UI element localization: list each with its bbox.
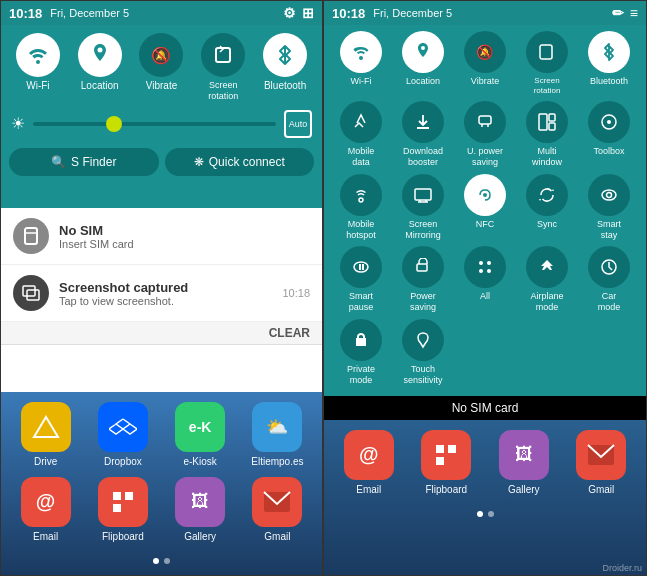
brightness-slider[interactable] [33,122,276,126]
exp-hotspot[interactable]: Mobilehotspot [332,174,390,241]
exp-smartpause-label: Smartpause [349,291,374,313]
exp-smartstay-label: Smartstay [597,219,621,241]
gear-icon[interactable]: ⚙ [283,5,296,21]
brightness-thumb[interactable] [106,116,122,132]
clear-button[interactable]: CLEAR [269,326,310,340]
app-drive[interactable]: Drive [11,402,80,467]
nosim-icon [13,218,49,254]
menu-icon[interactable]: ≡ [630,5,638,21]
exp-carmode[interactable]: Carmode [580,246,638,313]
app-dropbox[interactable]: Dropbox [88,402,157,467]
exp-toolbox[interactable]: Toolbox [580,101,638,168]
exp-nfc[interactable]: NFC [456,174,514,241]
quick-wifi[interactable]: Wi-Fi [16,33,60,102]
brightness-icon[interactable]: ☀ [11,114,25,133]
exp-multi[interactable]: Multiwindow [518,101,576,168]
right-time: 10:18 [332,6,365,21]
right-flipboard-icon [421,430,471,480]
grid-icon[interactable]: ⊞ [302,5,314,21]
svg-point-31 [479,269,483,273]
right-app-email[interactable]: @ Email [334,430,404,495]
exp-rotation[interactable]: Screenrotation [518,31,576,95]
eltiempo-label: Eltiempo.es [251,456,303,467]
exp-mirroring[interactable]: ScreenMirroring [394,174,452,241]
app-eltiempo[interactable]: ⛅ Eltiempo.es [243,402,312,467]
left-status-left: 10:18 Fri, December 5 [9,6,129,21]
connect-icon: ❋ [194,155,204,169]
app-gallery[interactable]: 🖼 Gallery [166,477,235,542]
exp-all[interactable]: All [456,246,514,313]
right-status-bar: 10:18 Fri, December 5 ✏ ≡ [324,1,646,25]
exp-mirroring-icon [402,174,444,216]
rotation-label: Screenrotation [208,80,238,102]
right-app-gmail[interactable]: Gmail [567,430,637,495]
right-app-gallery[interactable]: 🖼 Gallery [489,430,559,495]
left-panel: 10:18 Fri, December 5 ⚙ ⊞ Wi-Fi Location [0,0,323,576]
right-dot-1 [477,511,483,517]
dots-row [1,552,322,570]
screenshot-title: Screenshot captured [59,280,272,295]
exp-smartstay[interactable]: Smartstay [580,174,638,241]
pencil-icon[interactable]: ✏ [612,5,624,21]
app-email[interactable]: @ Email [11,477,80,542]
nosim-notification[interactable]: No SIM Insert SIM card [1,208,322,265]
right-email-icon: @ [344,430,394,480]
app-flipboard[interactable]: Flipboard [88,477,157,542]
sfinder-button[interactable]: 🔍 S Finder [9,148,159,176]
exp-toolbox-icon [588,101,630,143]
svg-rect-34 [436,445,444,453]
gallery-icon: 🖼 [175,477,225,527]
exp-touch[interactable]: Touchsensitivity [394,319,452,386]
quick-vibrate[interactable]: 🔕 Vibrate [139,33,183,102]
nosim-content: No SIM Insert SIM card [59,223,310,250]
dot-1 [153,558,159,564]
exp-sync[interactable]: Sync [518,174,576,241]
brightness-row: ☀ Auto [1,106,322,142]
quick-bluetooth[interactable]: Bluetooth [263,33,307,102]
exp-wifi-icon [340,31,382,73]
exp-vibrate-label: Vibrate [471,76,499,87]
exp-wifi[interactable]: Wi-Fi [332,31,390,95]
quick-rotation[interactable]: Screenrotation [201,33,245,102]
app-gmail[interactable]: Gmail [243,477,312,542]
quickconnect-button[interactable]: ❋ Quick connect [165,148,315,176]
app-ekiosk[interactable]: e-K e-Kiosk [166,402,235,467]
exp-multi-icon [526,101,568,143]
quick-location[interactable]: Location [78,33,122,102]
svg-rect-28 [417,264,427,271]
exp-smartpause-icon [340,246,382,288]
exp-upower-label: U. powersaving [467,146,503,168]
exp-airplane-label: Airplanemode [530,291,563,313]
exp-private[interactable]: Privatemode [332,319,390,386]
screenshot-notification[interactable]: Screenshot captured Tap to view screensh… [1,265,322,322]
exp-smartpause[interactable]: Smartpause [332,246,390,313]
left-status-right: ⚙ ⊞ [283,5,314,21]
svg-rect-4 [23,286,35,296]
svg-rect-15 [479,116,491,124]
svg-point-32 [487,269,491,273]
svg-point-24 [607,192,612,197]
nosim-title: No SIM [59,223,310,238]
exp-download[interactable]: Downloadbooster [394,101,452,168]
right-status-right: ✏ ≡ [612,5,638,21]
auto-toggle[interactable]: Auto [284,110,312,138]
exp-location[interactable]: Location [394,31,452,95]
dropbox-label: Dropbox [104,456,142,467]
svg-rect-5 [27,290,39,300]
screenshot-subtitle: Tap to view screenshot. [59,295,272,307]
exp-upower[interactable]: U. powersaving [456,101,514,168]
svg-rect-21 [415,189,431,200]
wifi-icon [16,33,60,77]
gmail-label: Gmail [264,531,290,542]
svg-rect-35 [448,445,456,453]
exp-smartstay-icon [588,174,630,216]
exp-mobiledata[interactable]: Mobiledata [332,101,390,168]
expanded-quick-panel: Wi-Fi Location 🔕 Vibrate Screenrotation [324,25,646,396]
right-app-flipboard[interactable]: Flipboard [412,430,482,495]
exp-powersaving[interactable]: Powersaving [394,246,452,313]
exp-nfc-label: NFC [476,219,495,230]
exp-bluetooth[interactable]: Bluetooth [580,31,638,95]
exp-vibrate[interactable]: 🔕 Vibrate [456,31,514,95]
exp-airplane[interactable]: Airplanemode [518,246,576,313]
quick-icons-row: Wi-Fi Location 🔕 Vibrate Screenrotation [1,25,322,106]
